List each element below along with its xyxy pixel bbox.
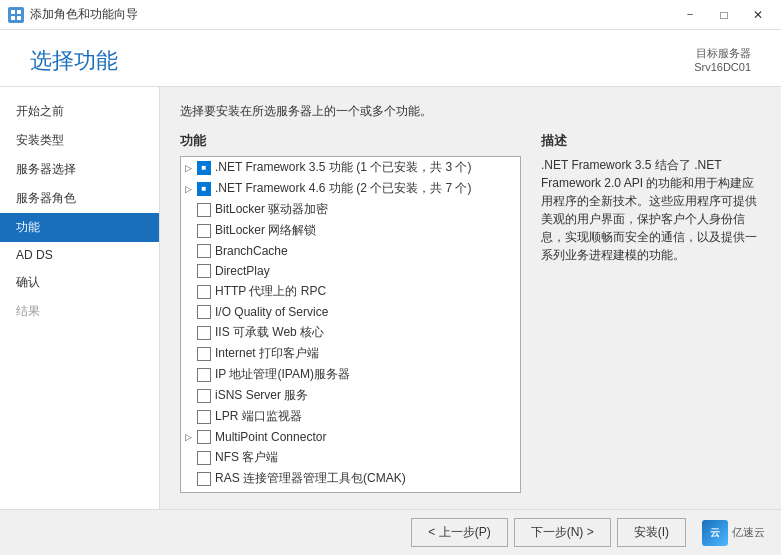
- checkbox-11[interactable]: [197, 389, 211, 403]
- logo-icon: 云: [702, 520, 728, 546]
- window-controls: － □ ✕: [675, 4, 773, 26]
- main-layout: 开始之前安装类型服务器选择服务器角色功能AD DS确认结果 选择要安装在所选服务…: [0, 87, 781, 509]
- app-icon: [8, 7, 24, 23]
- sidebar-item-服务器选择[interactable]: 服务器选择: [0, 155, 159, 184]
- sidebar-item-服务器角色[interactable]: 服务器角色: [0, 184, 159, 213]
- checkbox-3[interactable]: [197, 224, 211, 238]
- feature-text-14: NFS 客户端: [215, 449, 278, 466]
- svg-rect-3: [17, 16, 21, 20]
- feature-item-10[interactable]: IP 地址管理(IPAM)服务器: [181, 364, 520, 385]
- checkbox-5[interactable]: [197, 264, 211, 278]
- feature-text-9: Internet 打印客户端: [215, 345, 319, 362]
- svg-rect-2: [11, 16, 15, 20]
- window: 添加角色和功能向导 － □ ✕ 选择功能 目标服务器 Srv16DC01 开始之…: [0, 0, 781, 555]
- footer-logo: 云 亿速云: [702, 520, 765, 546]
- logo-text: 亿速云: [732, 525, 765, 540]
- feature-text-1: .NET Framework 4.6 功能 (2 个已安装，共 7 个): [215, 180, 471, 197]
- feature-item-3[interactable]: BitLocker 网络解锁: [181, 220, 520, 241]
- feature-text-13: MultiPoint Connector: [215, 430, 326, 444]
- maximize-button[interactable]: □: [709, 4, 739, 26]
- features-section: 功能 ▷■.NET Framework 3.5 功能 (1 个已安装，共 3 个…: [180, 132, 521, 493]
- feature-item-16[interactable]: ✓SMB 1.0/CIFS 文件共享支持 (已安装): [181, 489, 520, 493]
- feature-text-16: SMB 1.0/CIFS 文件共享支持 (已安装): [215, 491, 414, 493]
- prev-button[interactable]: < 上一步(P): [411, 518, 507, 547]
- sidebar-item-结果: 结果: [0, 297, 159, 326]
- expand-arrow-1[interactable]: ▷: [185, 184, 197, 194]
- features-list[interactable]: ▷■.NET Framework 3.5 功能 (1 个已安装，共 3 个)▷■…: [180, 156, 521, 493]
- checkbox-6[interactable]: [197, 285, 211, 299]
- feature-text-6: HTTP 代理上的 RPC: [215, 283, 326, 300]
- description-section: 描述 .NET Framework 3.5 结合了 .NET Framework…: [541, 132, 761, 493]
- titlebar: 添加角色和功能向导 － □ ✕: [0, 0, 781, 30]
- checkbox-2[interactable]: [197, 203, 211, 217]
- feature-item-4[interactable]: BranchCache: [181, 241, 520, 261]
- feature-text-0: .NET Framework 3.5 功能 (1 个已安装，共 3 个): [215, 159, 471, 176]
- server-label: 目标服务器: [694, 46, 751, 61]
- titlebar-left: 添加角色和功能向导: [8, 6, 138, 23]
- sidebar: 开始之前安装类型服务器选择服务器角色功能AD DS确认结果: [0, 87, 160, 509]
- checkbox-15[interactable]: [197, 472, 211, 486]
- footer: < 上一步(P) 下一步(N) > 安装(I) 云 亿速云: [0, 509, 781, 555]
- titlebar-title: 添加角色和功能向导: [30, 6, 138, 23]
- checkbox-7[interactable]: [197, 305, 211, 319]
- page-title: 选择功能: [30, 46, 118, 76]
- svg-rect-0: [11, 10, 15, 14]
- feature-item-7[interactable]: I/O Quality of Service: [181, 302, 520, 322]
- sidebar-item-开始之前[interactable]: 开始之前: [0, 97, 159, 126]
- feature-item-0[interactable]: ▷■.NET Framework 3.5 功能 (1 个已安装，共 3 个): [181, 157, 520, 178]
- feature-text-15: RAS 连接管理器管理工具包(CMAK): [215, 470, 406, 487]
- instruction-text: 选择要安装在所选服务器上的一个或多个功能。: [180, 103, 761, 120]
- checkbox-1[interactable]: ■: [197, 182, 211, 196]
- page-header: 选择功能 目标服务器 Srv16DC01: [0, 30, 781, 87]
- close-button[interactable]: ✕: [743, 4, 773, 26]
- checkbox-10[interactable]: [197, 368, 211, 382]
- feature-item-1[interactable]: ▷■.NET Framework 4.6 功能 (2 个已安装，共 7 个): [181, 178, 520, 199]
- feature-item-11[interactable]: iSNS Server 服务: [181, 385, 520, 406]
- minimize-button[interactable]: －: [675, 4, 705, 26]
- feature-item-12[interactable]: LPR 端口监视器: [181, 406, 520, 427]
- checkbox-8[interactable]: [197, 326, 211, 340]
- feature-item-6[interactable]: HTTP 代理上的 RPC: [181, 281, 520, 302]
- features-label: 功能: [180, 132, 521, 150]
- server-info: 目标服务器 Srv16DC01: [694, 46, 751, 73]
- feature-item-2[interactable]: BitLocker 驱动器加密: [181, 199, 520, 220]
- checkbox-16[interactable]: ✓: [197, 493, 211, 494]
- two-column: 功能 ▷■.NET Framework 3.5 功能 (1 个已安装，共 3 个…: [180, 132, 761, 493]
- next-button[interactable]: 下一步(N) >: [514, 518, 611, 547]
- description-label: 描述: [541, 132, 761, 150]
- sidebar-item-功能[interactable]: 功能: [0, 213, 159, 242]
- expand-arrow-0[interactable]: ▷: [185, 163, 197, 173]
- feature-text-5: DirectPlay: [215, 264, 270, 278]
- feature-text-11: iSNS Server 服务: [215, 387, 308, 404]
- server-name: Srv16DC01: [694, 61, 751, 73]
- checkbox-0[interactable]: ■: [197, 161, 211, 175]
- feature-text-10: IP 地址管理(IPAM)服务器: [215, 366, 350, 383]
- svg-rect-1: [17, 10, 21, 14]
- checkbox-4[interactable]: [197, 244, 211, 258]
- sidebar-item-AD DS[interactable]: AD DS: [0, 242, 159, 268]
- sidebar-item-安装类型[interactable]: 安装类型: [0, 126, 159, 155]
- expand-arrow-13[interactable]: ▷: [185, 432, 197, 442]
- feature-item-15[interactable]: RAS 连接管理器管理工具包(CMAK): [181, 468, 520, 489]
- checkbox-13[interactable]: [197, 430, 211, 444]
- feature-text-12: LPR 端口监视器: [215, 408, 302, 425]
- main-content: 选择要安装在所选服务器上的一个或多个功能。 功能 ▷■.NET Framewor…: [160, 87, 781, 509]
- feature-text-2: BitLocker 驱动器加密: [215, 201, 328, 218]
- top-section: 选择功能 目标服务器 Srv16DC01: [0, 30, 781, 86]
- feature-text-3: BitLocker 网络解锁: [215, 222, 316, 239]
- checkbox-12[interactable]: [197, 410, 211, 424]
- checkbox-14[interactable]: [197, 451, 211, 465]
- feature-item-14[interactable]: NFS 客户端: [181, 447, 520, 468]
- feature-item-8[interactable]: IIS 可承载 Web 核心: [181, 322, 520, 343]
- feature-item-5[interactable]: DirectPlay: [181, 261, 520, 281]
- feature-item-9[interactable]: Internet 打印客户端: [181, 343, 520, 364]
- checkbox-9[interactable]: [197, 347, 211, 361]
- description-text: .NET Framework 3.5 结合了 .NET Framework 2.…: [541, 156, 761, 264]
- feature-text-4: BranchCache: [215, 244, 288, 258]
- feature-item-13[interactable]: ▷MultiPoint Connector: [181, 427, 520, 447]
- sidebar-item-确认[interactable]: 确认: [0, 268, 159, 297]
- feature-text-8: IIS 可承载 Web 核心: [215, 324, 324, 341]
- feature-text-7: I/O Quality of Service: [215, 305, 328, 319]
- install-button[interactable]: 安装(I): [617, 518, 686, 547]
